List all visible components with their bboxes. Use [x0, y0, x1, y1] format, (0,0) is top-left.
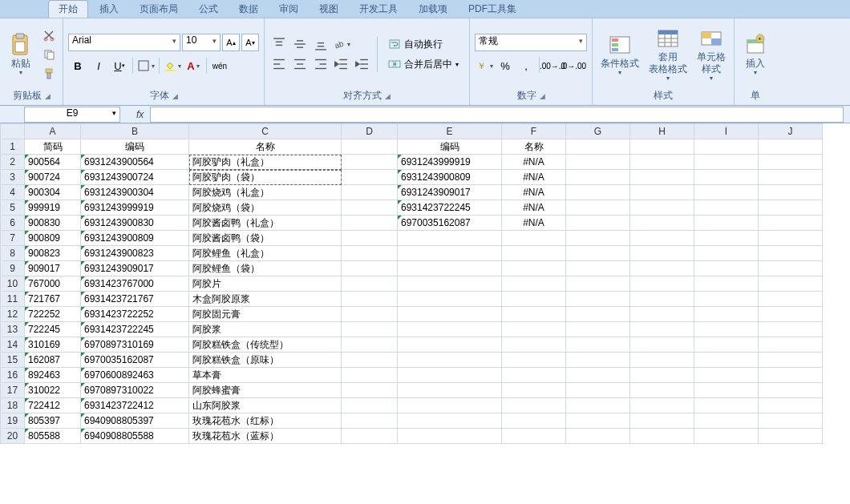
cell-A19[interactable]: 805397: [25, 413, 81, 429]
cell-F14[interactable]: [502, 337, 566, 353]
cell-I8[interactable]: [694, 246, 759, 261]
cell-J3[interactable]: [759, 170, 823, 185]
format-as-table-button[interactable]: 套用 表格格式▾: [646, 24, 690, 83]
cell-E19[interactable]: [398, 413, 502, 429]
align-center-button[interactable]: [290, 55, 310, 73]
cell-D10[interactable]: [342, 276, 398, 292]
cell-D7[interactable]: [342, 231, 398, 246]
cell-G14[interactable]: [566, 337, 630, 353]
tab-4[interactable]: 数据: [229, 1, 268, 18]
cell-F10[interactable]: [502, 276, 566, 292]
cell-E7[interactable]: [398, 231, 502, 246]
font-name-combo[interactable]: Arial: [68, 34, 180, 51]
cell-E15[interactable]: [398, 353, 502, 368]
cell-A5[interactable]: 999919: [25, 200, 81, 216]
name-box[interactable]: E9: [24, 107, 120, 123]
cell-B1[interactable]: 编码: [81, 139, 189, 155]
italic-button[interactable]: I: [89, 57, 108, 75]
cell-I3[interactable]: [694, 170, 759, 185]
bold-button[interactable]: B: [68, 57, 87, 75]
cell-J1[interactable]: [759, 139, 823, 155]
cell-B11[interactable]: 6931423721767: [81, 292, 189, 307]
cell-G9[interactable]: [566, 261, 630, 276]
cell-C1[interactable]: 名称: [189, 139, 342, 155]
col-header-F[interactable]: F: [502, 124, 566, 139]
cell-B17[interactable]: 6970897310022: [81, 383, 189, 398]
row-header-7[interactable]: 7: [1, 231, 25, 246]
align-middle-button[interactable]: [290, 35, 310, 53]
row-header-11[interactable]: 11: [1, 292, 25, 307]
cell-J7[interactable]: [759, 231, 823, 246]
cell-E1[interactable]: 编码: [398, 139, 502, 155]
cell-styles-button[interactable]: 单元格 样式▾: [694, 24, 729, 83]
cell-C17[interactable]: 阿胶蜂蜜膏: [189, 383, 342, 398]
cell-H19[interactable]: [630, 413, 694, 429]
cell-G1[interactable]: [566, 139, 630, 155]
cell-H8[interactable]: [630, 246, 694, 261]
orientation-button[interactable]: ab: [332, 35, 351, 53]
cell-H5[interactable]: [630, 200, 694, 216]
tab-9[interactable]: PDF工具集: [459, 1, 526, 18]
cell-A17[interactable]: 310022: [25, 383, 81, 398]
cell-B7[interactable]: 6931243900809: [81, 231, 189, 246]
cell-B14[interactable]: 6970897310169: [81, 337, 189, 353]
cell-F12[interactable]: [502, 307, 566, 322]
format-painter-button[interactable]: [40, 65, 58, 83]
cell-D16[interactable]: [342, 368, 398, 383]
cell-E4[interactable]: 6931243909017: [398, 185, 502, 200]
number-format-combo[interactable]: 常规: [475, 34, 587, 51]
cell-A7[interactable]: 900809: [25, 231, 81, 246]
cell-G8[interactable]: [566, 246, 630, 261]
cell-G16[interactable]: [566, 368, 630, 383]
cell-I11[interactable]: [694, 292, 759, 307]
cell-I12[interactable]: [694, 307, 759, 322]
cell-D11[interactable]: [342, 292, 398, 307]
cell-A8[interactable]: 900823: [25, 246, 81, 261]
cell-E2[interactable]: 6931243999919: [398, 155, 502, 170]
cell-D2[interactable]: [342, 155, 398, 170]
accounting-format-button[interactable]: ￥: [475, 57, 494, 75]
cell-D15[interactable]: [342, 353, 398, 368]
col-header-H[interactable]: H: [630, 124, 694, 139]
cell-J12[interactable]: [759, 307, 823, 322]
tab-6[interactable]: 视图: [310, 1, 348, 18]
cell-F5[interactable]: #N/A: [502, 200, 566, 216]
cell-H14[interactable]: [630, 337, 694, 353]
cell-C16[interactable]: 草本膏: [189, 368, 342, 383]
cell-F11[interactable]: [502, 292, 566, 307]
cell-G7[interactable]: [566, 231, 630, 246]
cell-I1[interactable]: [694, 139, 759, 155]
conditional-format-button[interactable]: 条件格式▾: [597, 30, 642, 79]
cell-E6[interactable]: 6970035162087: [398, 216, 502, 231]
increase-indent-button[interactable]: [353, 55, 372, 73]
cell-G20[interactable]: [566, 429, 630, 444]
row-header-5[interactable]: 5: [1, 200, 25, 216]
cell-J16[interactable]: [759, 368, 823, 383]
cell-F20[interactable]: [502, 429, 566, 444]
cell-A2[interactable]: 900564: [25, 155, 81, 170]
cell-B19[interactable]: 6940908805397: [81, 413, 189, 429]
dialog-launcher-icon[interactable]: ◢: [540, 92, 545, 100]
cell-C2[interactable]: 阿胶驴肉（礼盒）: [189, 155, 342, 170]
cell-B3[interactable]: 6931243900724: [81, 170, 189, 185]
align-top-button[interactable]: [269, 35, 289, 53]
cell-E12[interactable]: [398, 307, 502, 322]
row-header-19[interactable]: 19: [1, 413, 25, 429]
increase-decimal-button[interactable]: .00→.0: [543, 57, 562, 75]
underline-button[interactable]: U▾: [110, 57, 129, 75]
col-header-C[interactable]: C: [189, 124, 342, 139]
cell-D18[interactable]: [342, 398, 398, 413]
tab-5[interactable]: 审阅: [269, 1, 308, 18]
cell-I4[interactable]: [694, 185, 759, 200]
cell-J18[interactable]: [759, 398, 823, 413]
row-header-15[interactable]: 15: [1, 353, 25, 368]
cell-B16[interactable]: 6970600892463: [81, 368, 189, 383]
cell-E17[interactable]: [398, 383, 502, 398]
row-header-1[interactable]: 1: [1, 139, 25, 155]
cell-J10[interactable]: [759, 276, 823, 292]
cell-G12[interactable]: [566, 307, 630, 322]
cell-D12[interactable]: [342, 307, 398, 322]
row-header-18[interactable]: 18: [1, 398, 25, 413]
percent-button[interactable]: %: [496, 57, 515, 75]
cell-C8[interactable]: 阿胶鲤鱼（礼盒）: [189, 246, 342, 261]
